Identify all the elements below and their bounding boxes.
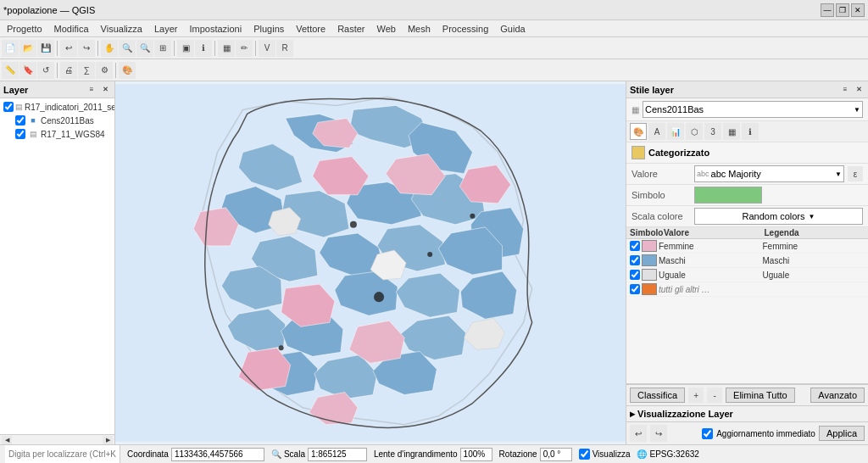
category-row-others[interactable]: tutti gli altri … bbox=[626, 282, 868, 297]
elimina-tutto-button[interactable]: Elimina Tutto bbox=[726, 388, 795, 403]
separator4 bbox=[214, 41, 215, 56]
magnifier-input[interactable] bbox=[460, 448, 492, 461]
add-vector-layer-button[interactable]: V bbox=[259, 40, 275, 57]
cat-check-others[interactable] bbox=[630, 284, 640, 294]
undo-button[interactable]: ↩ bbox=[60, 40, 77, 57]
symbol-swatch[interactable] bbox=[694, 187, 762, 204]
layer-item-r1711[interactable]: ▤ R17_11_WGS84 bbox=[2, 127, 113, 141]
locate-input[interactable] bbox=[8, 449, 116, 459]
spatial-bookmark-button[interactable]: 🔖 bbox=[19, 62, 36, 79]
zoom-in-tool[interactable]: 🔍 bbox=[119, 40, 136, 57]
apply-button[interactable]: Applica bbox=[819, 426, 865, 441]
style-tab-label[interactable]: A bbox=[648, 123, 665, 140]
pan-tool[interactable]: ✋ bbox=[101, 40, 118, 57]
toggle-editing-button[interactable]: ✏ bbox=[236, 40, 253, 57]
menu-layer[interactable]: Layer bbox=[149, 23, 183, 35]
menu-modifica[interactable]: Modifica bbox=[49, 23, 94, 35]
refresh-button[interactable]: ↺ bbox=[37, 62, 54, 79]
maximize-button[interactable]: ❐ bbox=[836, 3, 849, 17]
map-svg bbox=[115, 81, 626, 444]
scale-input[interactable] bbox=[308, 448, 367, 461]
show-checkbox[interactable] bbox=[579, 449, 590, 460]
rotation-input[interactable] bbox=[540, 448, 572, 461]
cat-value-others: tutti gli altri … bbox=[659, 285, 761, 294]
vis-arrow-icon: ▶ bbox=[630, 410, 635, 418]
menu-plugins[interactable]: Plugins bbox=[248, 23, 289, 35]
layer-checkbox-r1711[interactable] bbox=[15, 129, 25, 139]
locate-bar[interactable] bbox=[5, 445, 120, 464]
layer-scroll-right[interactable]: ▶ bbox=[103, 436, 113, 444]
cat-check-maschi[interactable] bbox=[630, 255, 640, 265]
coordinate-label: Coordinata bbox=[127, 449, 169, 459]
sep-t2-2 bbox=[115, 63, 116, 78]
expression-button[interactable]: ε bbox=[848, 166, 863, 181]
style-layer-dropdown[interactable]: Cens2011Bas ▼ bbox=[643, 101, 863, 118]
identify-button[interactable]: ℹ bbox=[195, 40, 212, 57]
layer-panel-menu[interactable]: ≡ bbox=[86, 84, 97, 96]
chevron-down-icon: ▼ bbox=[854, 106, 860, 114]
save-project-button[interactable]: 💾 bbox=[37, 40, 54, 57]
print-layout-button[interactable]: 🖨 bbox=[60, 62, 77, 79]
category-row-maschi[interactable]: Maschi Maschi bbox=[626, 254, 868, 268]
menu-impostazioni[interactable]: Impostazioni bbox=[184, 23, 247, 35]
category-row-femmine[interactable]: Femmine Femmine bbox=[626, 239, 868, 254]
value-dropdown[interactable]: abc abc Majority ▼ bbox=[694, 165, 844, 182]
menu-guida[interactable]: Guida bbox=[495, 23, 530, 35]
add-raster-layer-button[interactable]: R bbox=[276, 40, 293, 57]
avanzato-button[interactable]: Avanzato bbox=[810, 388, 865, 403]
style-panel-close[interactable]: ✕ bbox=[853, 84, 865, 96]
style-undo-button[interactable]: ↩ bbox=[630, 425, 647, 442]
cat-color-maschi bbox=[642, 254, 657, 266]
style-tab-histogram[interactable]: ▦ bbox=[723, 123, 740, 140]
menu-mesh[interactable]: Mesh bbox=[403, 23, 436, 35]
footer-btn-2[interactable]: + bbox=[688, 388, 704, 403]
coordinate-input[interactable] bbox=[171, 448, 264, 461]
menu-visualizza[interactable]: Visualizza bbox=[96, 23, 147, 35]
layer-checkbox-r17[interactable] bbox=[3, 102, 14, 112]
zoom-full-button[interactable]: ⊞ bbox=[154, 40, 171, 57]
zoom-out-tool[interactable]: 🔍 bbox=[136, 40, 153, 57]
auto-update-checkbox[interactable] bbox=[702, 428, 713, 439]
vis-layer-header[interactable]: ▶ Visualizzazione Layer bbox=[630, 408, 865, 420]
style-panel-menu[interactable]: ≡ bbox=[839, 84, 851, 96]
style-tab-diagram[interactable]: 📊 bbox=[667, 123, 684, 140]
style-redo-button[interactable]: ↪ bbox=[650, 425, 667, 442]
style-tab-3d[interactable]: 3 bbox=[704, 123, 721, 140]
close-button[interactable]: ✕ bbox=[851, 3, 865, 17]
field-calc-button[interactable]: ∑ bbox=[78, 62, 95, 79]
style-tab-mask[interactable]: ⬡ bbox=[686, 123, 703, 140]
layer-scroll-left[interactable]: ◀ bbox=[2, 436, 12, 444]
style-tab-metadata[interactable]: ℹ bbox=[742, 123, 759, 140]
open-attribute-table-button[interactable]: ▦ bbox=[218, 40, 235, 57]
footer-btn-3[interactable]: - bbox=[707, 388, 722, 403]
layer-panel-close[interactable]: ✕ bbox=[99, 84, 111, 96]
layer-name-cens: Cens2011Bas bbox=[41, 116, 94, 126]
category-row-uguale[interactable]: Uguale Uguale bbox=[626, 268, 868, 282]
scale-label: Scala bbox=[284, 449, 305, 459]
menu-raster[interactable]: Raster bbox=[332, 23, 370, 35]
menu-processing[interactable]: Processing bbox=[437, 23, 493, 35]
renderer-icon bbox=[632, 146, 645, 159]
style-tab-paint[interactable]: 🎨 bbox=[630, 123, 647, 140]
open-project-button[interactable]: 📂 bbox=[19, 40, 36, 57]
menu-progetto[interactable]: Progetto bbox=[2, 23, 47, 35]
select-features-button[interactable]: ▣ bbox=[177, 40, 194, 57]
new-project-button[interactable]: 📄 bbox=[2, 40, 19, 57]
cat-check-femmine[interactable] bbox=[630, 241, 640, 251]
color-scale-dropdown[interactable]: Random colors ▼ bbox=[694, 208, 863, 225]
style-manager-button[interactable]: 🎨 bbox=[119, 62, 136, 79]
processing-toolbox-button[interactable]: ⚙ bbox=[96, 62, 113, 79]
redo-button[interactable]: ↪ bbox=[78, 40, 95, 57]
measure-tool[interactable]: 📏 bbox=[2, 62, 19, 79]
cat-check-uguale[interactable] bbox=[630, 270, 640, 280]
menu-vettore[interactable]: Vettore bbox=[291, 23, 331, 35]
layer-item-r17[interactable]: ▤ R17_indicatori_2011_se bbox=[2, 100, 113, 114]
minimize-button[interactable]: — bbox=[821, 3, 834, 17]
layer-checkbox-cens[interactable] bbox=[15, 115, 25, 126]
layer-item-cens[interactable]: ■ Cens2011Bas bbox=[2, 114, 113, 127]
color-scale-arrow: ▼ bbox=[809, 213, 815, 220]
value-row: Valore abc abc Majority ▼ ε bbox=[626, 164, 868, 185]
map-canvas-area[interactable] bbox=[115, 81, 626, 444]
menu-web[interactable]: Web bbox=[372, 23, 401, 35]
classify-button[interactable]: Classifica bbox=[630, 388, 685, 403]
